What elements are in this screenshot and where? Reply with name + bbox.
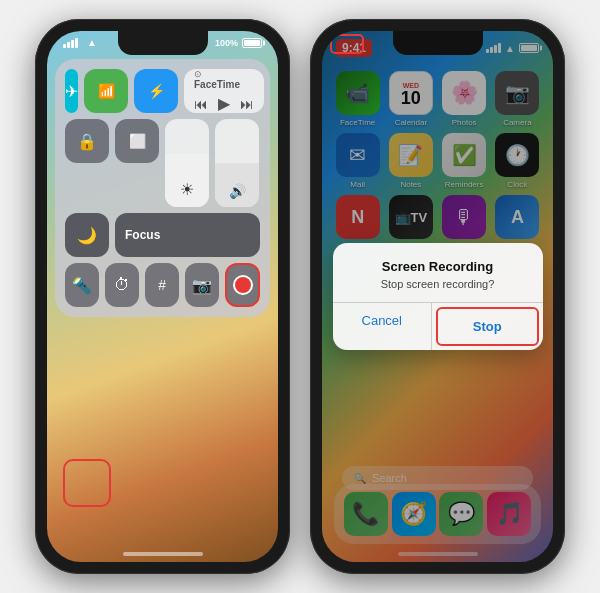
phone1-screen: ▲ 100% ✈ 📶 [47, 31, 278, 562]
camera-cc-icon: 📷 [192, 276, 212, 295]
wifi-toggle-button[interactable]: 📶 [84, 69, 128, 113]
control-center-background: ▲ 100% ✈ 📶 [47, 31, 278, 562]
brightness-icon: ☀ [180, 180, 194, 199]
orientation-icon: 🔒 [77, 132, 97, 151]
calculator-icon: # [158, 277, 166, 293]
volume-slider[interactable]: 🔊 [215, 119, 259, 207]
dialog-buttons: Cancel Stop [333, 302, 543, 350]
wifi-icon: 📶 [98, 83, 115, 99]
prev-track-icon[interactable]: ⏮ [194, 96, 208, 112]
brightness-slider[interactable]: ☀ [165, 119, 209, 207]
camera-button[interactable]: 📷 [185, 263, 219, 307]
signal-bar-4 [75, 38, 78, 48]
status-bar-right-1: 100% [215, 38, 262, 48]
cc-row-3: 🌙 Focus [65, 213, 260, 257]
timer-button[interactable]: ⏱ [105, 263, 139, 307]
flashlight-icon: 🔦 [72, 276, 92, 295]
record-button-highlight [63, 459, 111, 507]
flashlight-button[interactable]: 🔦 [65, 263, 99, 307]
mirror-icon: ⬜ [129, 133, 146, 149]
dialog-stop-button[interactable]: Stop [436, 307, 539, 346]
phone-2: 9:41 ▲ 📹 [310, 19, 565, 574]
cc-row-1: ✈ 📶 ⚡ ⊙ FaceT [65, 69, 260, 113]
next-track-icon[interactable]: ⏭ [240, 96, 254, 112]
notch-1 [118, 31, 208, 55]
now-playing-label: FaceTime [194, 79, 240, 90]
volume-icon: 🔊 [229, 183, 246, 199]
cc-row-4: 🔦 ⏱ # 📷 [65, 263, 260, 307]
home-bar-1 [123, 552, 203, 556]
focus-button[interactable]: Focus [115, 213, 260, 257]
control-center-panel: ✈ 📶 ⚡ ⊙ FaceT [55, 59, 270, 317]
timer-icon: ⏱ [114, 276, 130, 294]
airplane-mode-button[interactable]: ✈ [65, 69, 78, 113]
signal-bar-2 [67, 42, 70, 48]
battery-fill [244, 40, 260, 46]
signal-bar-3 [71, 40, 74, 48]
dialog-message: Stop screen recording? [349, 278, 527, 290]
now-playing-widget[interactable]: ⊙ FaceTime ⏮ ▶ ⏭ [184, 69, 264, 113]
bluetooth-icon: ⚡ [148, 83, 165, 99]
home-screen-background: 9:41 ▲ 📹 [322, 31, 553, 562]
media-controls: ⏮ ▶ ⏭ [194, 94, 254, 113]
bluetooth-toggle-button[interactable]: ⚡ [134, 69, 178, 113]
screen-mirror-button[interactable]: ⬜ [115, 119, 159, 163]
dialog-cancel-button[interactable]: Cancel [333, 303, 433, 350]
focus-label: Focus [125, 228, 160, 242]
battery-percentage: 100% [215, 38, 238, 48]
dialog-title: Screen Recording [349, 259, 527, 274]
screen-recording-dialog: Screen Recording Stop screen recording? … [333, 243, 543, 350]
signal-bar-1 [63, 44, 66, 48]
dialog-content: Screen Recording Stop screen recording? [333, 243, 543, 302]
now-playing-subtitle: ⊙ [194, 69, 202, 79]
calculator-button[interactable]: # [145, 263, 179, 307]
play-icon[interactable]: ▶ [218, 94, 230, 113]
airplane-icon: ✈ [65, 82, 78, 101]
record-indicator [233, 275, 253, 295]
moon-focus-icon-btn[interactable]: 🌙 [65, 213, 109, 257]
phone-1: ▲ 100% ✈ 📶 [35, 19, 290, 574]
wifi-status-icon: ▲ [87, 37, 97, 48]
status-bar-left-1: ▲ [63, 37, 97, 48]
cc-row-2: 🔒 ⬜ ☀ 🔊 [65, 119, 260, 207]
screen-record-button[interactable] [225, 263, 260, 307]
phone2-screen: 9:41 ▲ 📹 [322, 31, 553, 562]
moon-icon: 🌙 [77, 226, 97, 245]
dialog-overlay: Screen Recording Stop screen recording? … [322, 31, 553, 562]
orientation-lock-button[interactable]: 🔒 [65, 119, 109, 163]
battery-icon [242, 38, 262, 48]
